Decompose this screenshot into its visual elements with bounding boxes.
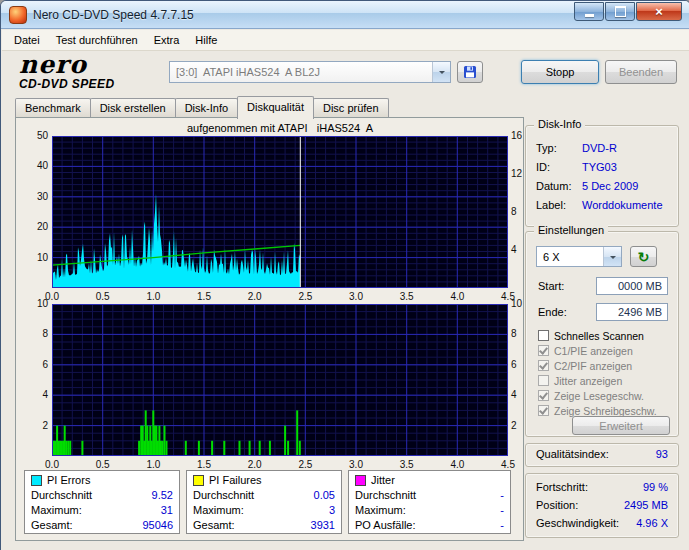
settings-group: Einstellungen 6 X ↻ Start: 0000 MB Ende:… [525,231,679,437]
close-button[interactable] [636,2,682,21]
refresh-speed-button[interactable]: ↻ [630,246,657,267]
pif-y-axis-tick: 10 [22,298,48,310]
tab-benchmark[interactable]: Benchmark [15,98,91,118]
progress-row-fortschritt: Fortschritt:99 % [526,478,678,496]
checkbox-c1-pie-anzeigen [538,345,549,356]
minimize-button[interactable] [574,2,604,21]
checkbox-schnelles-scannen[interactable] [538,330,549,341]
stat-value: 95046 [142,518,173,533]
pif-x-axis-tick: 4.0 [444,459,470,471]
checkbox-jitter-anzeigen [538,375,549,386]
refresh-icon: ↻ [638,250,650,264]
tab-diskqualit-t[interactable]: Diskqualität [237,96,314,119]
pie-x-axis-tick: 3.5 [394,291,420,303]
stat-value: 0.05 [314,488,335,503]
speed-select-dropdown[interactable] [603,247,621,266]
drive-selector-dropdown[interactable] [432,62,450,82]
checkbox-row-zeige-lesegeschw: Zeige Lesegeschw. [538,388,657,403]
checkbox-c2-pif-anzeigen [538,360,549,371]
disk-info-value: TYG03 [582,161,617,173]
stat-box-header: PI Failures [187,471,341,488]
quality-index-box: Qualitätsindex: 93 [525,443,679,467]
stat-row-gesamt: Gesamt:3931 [187,518,341,533]
tab-disk-erstellen[interactable]: Disk erstellen [90,98,176,118]
checkbox-label: Schnelles Scannen [554,330,644,342]
stat-box-pi-errors: PI ErrorsDurchschnitt9.52Maximum:31Gesam… [24,470,180,534]
advanced-button[interactable]: Erweitert [572,416,670,435]
progress-rows: Fortschritt:99 %Position:2495 MBGeschwin… [526,478,678,532]
diskqualitaet-tab-panel: aufgenommen mit ATAPI iHAS524 A PI Error… [15,117,524,541]
start-label: Start: [538,280,564,292]
maximize-icon [615,6,626,17]
pif-y-axis-tick: 4 [22,389,48,401]
checkbox-row-schnelles-scannen: Schnelles Scannen [538,328,657,343]
save-button[interactable] [457,61,483,83]
pif-y-axis-tick: 8 [22,328,48,340]
quality-index-label: Qualitätsindex: [536,448,609,460]
end-field[interactable]: 2496 MB [596,303,668,321]
disk-info-group: Disk-Info Typ:DVD-RID:TYG03Datum:5 Dec 2… [525,125,679,227]
quality-index-value: 93 [656,448,668,460]
stat-value: - [500,488,504,503]
nero-logo: nero CD-DVD SPEED [19,52,114,90]
settings-group-title: Einstellungen [534,224,608,236]
pie-x-axis-tick: 1.0 [140,291,166,303]
stop-button[interactable]: Stopp [521,60,599,84]
checkbox-zeige-schreibgeschw [538,405,549,416]
menu-item-datei[interactable]: Datei [6,31,48,49]
pif-x-axis-tick: 1.0 [140,459,166,471]
stat-box-jitter: JitterDurchschnitt-Maximum:-PO Ausfälle:… [348,470,511,534]
progress-row-position: Position:2495 MB [526,496,678,514]
drive-selector[interactable]: [3:0] ATAPI iHAS524 A BL2J [169,61,451,83]
stat-label: Maximum: [193,503,244,518]
stat-label: Maximum: [355,503,406,518]
stat-label: Durchschnitt [31,488,92,503]
maximize-button[interactable] [605,2,635,21]
drive-selector-value: [3:0] ATAPI iHAS524 A BL2J [170,66,432,78]
disk-info-label: Datum: [536,180,582,192]
minimize-icon [585,14,594,17]
close-icon [655,4,663,19]
quit-button[interactable]: Beenden [605,60,677,84]
stat-row-maximum: Maximum:31 [25,503,179,518]
speed-select-value: 6 X [537,251,603,263]
disk-info-value: 5 Dec 2009 [582,180,638,192]
menu-item-extra[interactable]: Extra [146,31,188,49]
pie-x-axis-tick: 0.5 [90,291,116,303]
stat-row-maximum: Maximum:3 [187,503,341,518]
tab-disk-info[interactable]: Disk-Info [175,98,238,118]
menu-item-test-durchf-hren[interactable]: Test durchführen [48,31,146,49]
logo-text: nero [19,52,114,77]
stat-value: 9.52 [152,488,173,503]
stat-row-po-ausf-lle: PO Ausfälle:- [349,518,510,533]
stat-box-title: Jitter [371,474,395,486]
pie-y-axis-tick: 20 [22,221,48,233]
nero-app-icon [9,6,27,24]
menu-item-hilfe[interactable]: Hilfe [187,31,225,49]
disk-info-label: Label: [536,199,582,211]
disk-info-label: Typ: [536,142,582,154]
title-bar[interactable]: Nero CD-DVD Speed 4.7.7.15 [1,1,689,29]
start-field[interactable]: 0000 MB [596,277,668,295]
stat-row-durchschnitt: Durchschnitt0.05 [187,488,341,503]
pif-x-axis-tick: 4.5 [495,459,521,471]
pie-y-axis-tick: 50 [22,130,48,142]
pif-y-axis-tick: 2 [22,420,48,432]
pi-failures-chart [52,304,508,456]
pi-errors-chart [52,136,508,288]
stat-label: Maximum: [31,503,82,518]
menu-bar: DateiTest durchführenExtraHilfe [2,30,689,51]
pie-x-axis-tick: 2.0 [242,291,268,303]
logo-subtext: CD-DVD SPEED [19,78,114,90]
stat-row-durchschnitt: Durchschnitt- [349,488,510,503]
progress-label: Position: [536,496,578,514]
pie-x-axis-tick: 1.5 [191,291,217,303]
tab-disc-pr-fen[interactable]: Disc prüfen [313,98,389,118]
disk-info-row-datum: Datum:5 Dec 2009 [526,176,678,195]
speed-select[interactable]: 6 X [536,246,622,267]
chart-title: aufgenommen mit ATAPI iHAS524 A [52,122,508,134]
stat-value: 31 [161,503,173,518]
pif-x-axis-tick: 3.0 [343,459,369,471]
stat-box-title: PI Failures [209,474,262,486]
stat-value: - [500,503,504,518]
